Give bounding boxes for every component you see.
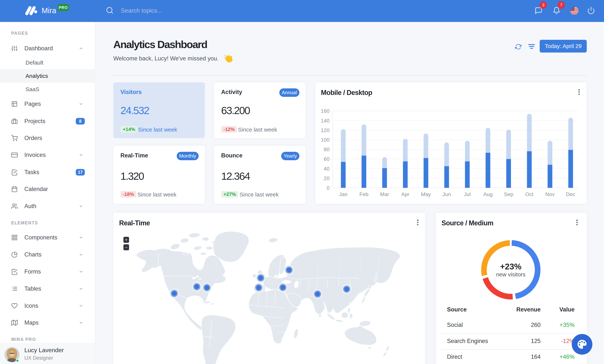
- svg-text:Mar: Mar: [380, 191, 389, 197]
- svg-text:20: 20: [324, 176, 329, 181]
- svg-text:80: 80: [324, 147, 329, 152]
- svg-text:60: 60: [324, 156, 329, 162]
- svg-text:Jul: Jul: [464, 191, 471, 197]
- svg-text:100: 100: [321, 137, 329, 143]
- svg-text:Nov: Nov: [545, 191, 555, 197]
- svg-text:Jun: Jun: [442, 191, 451, 197]
- svg-text:Aug: Aug: [483, 191, 492, 197]
- svg-text:May: May: [421, 191, 431, 197]
- svg-text:120: 120: [321, 127, 329, 133]
- svg-text:140: 140: [321, 118, 329, 124]
- svg-text:Apr: Apr: [401, 191, 409, 197]
- svg-text:Oct: Oct: [525, 191, 533, 197]
- svg-text:40: 40: [324, 166, 329, 172]
- svg-text:Sep: Sep: [504, 191, 513, 197]
- svg-text:Jan: Jan: [339, 191, 347, 197]
- svg-text:160: 160: [321, 108, 329, 114]
- svg-text:Feb: Feb: [359, 191, 368, 197]
- svg-text:0: 0: [327, 185, 329, 191]
- svg-text:Dec: Dec: [566, 191, 575, 197]
